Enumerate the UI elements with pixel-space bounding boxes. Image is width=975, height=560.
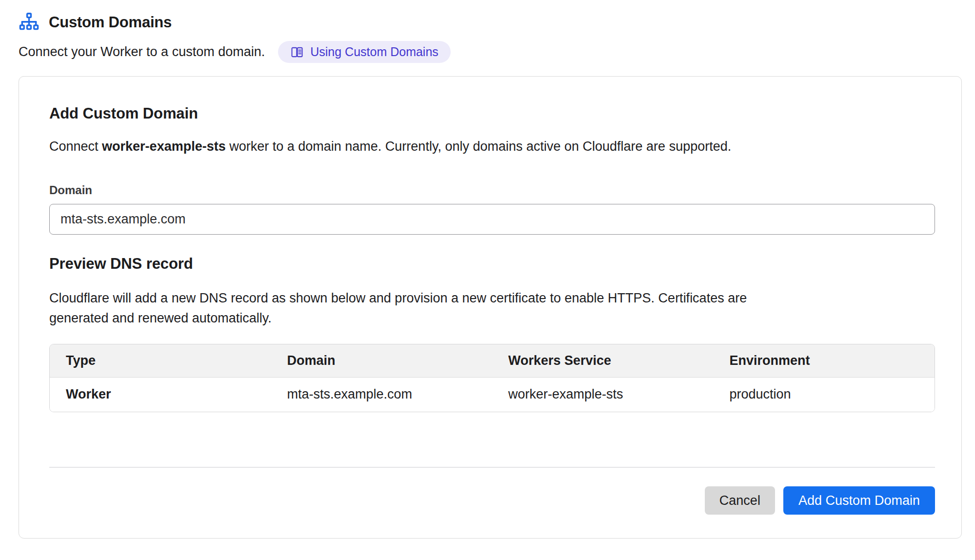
column-header-workers-service: Workers Service	[492, 344, 714, 377]
docs-link-label: Using Custom Domains	[310, 45, 438, 59]
table-header-row: Type Domain Workers Service Environment	[50, 344, 935, 377]
cell-workers-service: worker-example-sts	[492, 377, 714, 412]
custom-domains-page: Custom Domains Connect your Worker to a …	[0, 0, 975, 539]
table-row: Worker mta-sts.example.com worker-exampl…	[50, 377, 935, 412]
domain-input[interactable]	[49, 204, 935, 235]
cell-domain: mta-sts.example.com	[271, 377, 493, 412]
cancel-button[interactable]: Cancel	[705, 486, 775, 515]
sitemap-icon	[19, 13, 40, 32]
preview-description-line2: generated and renewed automatically.	[49, 308, 935, 328]
cell-type: Worker	[50, 377, 271, 412]
add-custom-domain-button[interactable]: Add Custom Domain	[783, 486, 935, 515]
card-heading: Add Custom Domain	[49, 105, 935, 122]
domain-field-label: Domain	[49, 183, 935, 197]
cell-environment: production	[714, 377, 935, 412]
intro-prefix: Connect	[49, 139, 102, 154]
footer-divider	[49, 467, 935, 468]
page-subtitle: Connect your Worker to a custom domain.	[19, 44, 265, 60]
preview-dns-description: Cloudflare will add a new DNS record as …	[49, 288, 935, 328]
page-subtitle-row: Connect your Worker to a custom domain. …	[19, 41, 962, 63]
column-header-type: Type	[50, 344, 271, 377]
column-header-environment: Environment	[714, 344, 935, 377]
card-intro-text: Connect worker-example-sts worker to a d…	[49, 139, 935, 154]
page-title: Custom Domains	[49, 14, 172, 31]
dns-preview-table: Type Domain Workers Service Environment …	[49, 344, 935, 412]
add-custom-domain-card: Add Custom Domain Connect worker-example…	[19, 76, 962, 539]
open-book-icon	[290, 45, 304, 59]
column-header-domain: Domain	[271, 344, 493, 377]
card-actions: Cancel Add Custom Domain	[49, 486, 935, 515]
worker-name: worker-example-sts	[102, 139, 226, 154]
preview-dns-heading: Preview DNS record	[49, 255, 935, 273]
docs-link-using-custom-domains[interactable]: Using Custom Domains	[278, 41, 451, 63]
intro-suffix: worker to a domain name. Currently, only…	[226, 139, 732, 154]
preview-description-line1: Cloudflare will add a new DNS record as …	[49, 288, 935, 308]
page-header: Custom Domains	[19, 13, 962, 32]
